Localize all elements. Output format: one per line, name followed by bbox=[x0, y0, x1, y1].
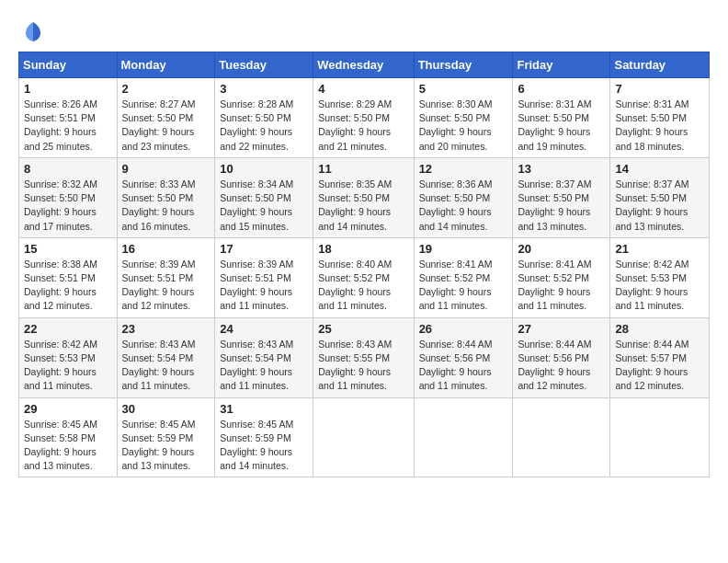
calendar-cell: 6 Sunrise: 8:31 AMSunset: 5:50 PMDayligh… bbox=[513, 78, 610, 158]
day-number: 1 bbox=[24, 82, 112, 96]
day-info: Sunrise: 8:37 AMSunset: 5:50 PMDaylight:… bbox=[518, 178, 605, 234]
day-info: Sunrise: 8:29 AMSunset: 5:50 PMDaylight:… bbox=[318, 98, 408, 154]
header-monday: Monday bbox=[117, 52, 215, 78]
calendar-cell: 19 Sunrise: 8:41 AMSunset: 5:52 PMDaylig… bbox=[414, 237, 513, 317]
calendar-week-row: 15 Sunrise: 8:38 AMSunset: 5:51 PMDaylig… bbox=[19, 237, 710, 317]
calendar-cell: 16 Sunrise: 8:39 AMSunset: 5:51 PMDaylig… bbox=[117, 237, 215, 317]
calendar-cell: 26 Sunrise: 8:44 AMSunset: 5:56 PMDaylig… bbox=[414, 317, 513, 397]
page-header bbox=[18, 15, 710, 44]
header-thursday: Thursday bbox=[414, 52, 513, 78]
day-number: 30 bbox=[122, 402, 210, 416]
day-info: Sunrise: 8:43 AMSunset: 5:55 PMDaylight:… bbox=[318, 338, 408, 394]
calendar-cell: 2 Sunrise: 8:27 AMSunset: 5:50 PMDayligh… bbox=[117, 78, 215, 158]
calendar-cell: 14 Sunrise: 8:37 AMSunset: 5:50 PMDaylig… bbox=[610, 157, 710, 237]
calendar-cell: 25 Sunrise: 8:43 AMSunset: 5:55 PMDaylig… bbox=[313, 317, 414, 397]
calendar-cell: 20 Sunrise: 8:41 AMSunset: 5:52 PMDaylig… bbox=[513, 237, 610, 317]
day-number: 6 bbox=[518, 82, 605, 96]
day-number: 16 bbox=[122, 242, 210, 256]
day-number: 8 bbox=[24, 162, 112, 176]
day-number: 15 bbox=[24, 242, 112, 256]
day-info: Sunrise: 8:42 AMSunset: 5:53 PMDaylight:… bbox=[615, 258, 704, 314]
calendar-week-row: 8 Sunrise: 8:32 AMSunset: 5:50 PMDayligh… bbox=[19, 157, 710, 237]
header-tuesday: Tuesday bbox=[215, 52, 313, 78]
day-info: Sunrise: 8:26 AMSunset: 5:51 PMDaylight:… bbox=[24, 98, 112, 154]
day-number: 5 bbox=[419, 82, 508, 96]
day-info: Sunrise: 8:31 AMSunset: 5:50 PMDaylight:… bbox=[615, 98, 704, 154]
day-number: 23 bbox=[122, 322, 210, 336]
day-info: Sunrise: 8:45 AMSunset: 5:59 PMDaylight:… bbox=[122, 418, 210, 474]
day-number: 20 bbox=[518, 242, 605, 256]
day-info: Sunrise: 8:45 AMSunset: 5:59 PMDaylight:… bbox=[220, 418, 308, 474]
day-number: 14 bbox=[615, 162, 704, 176]
day-info: Sunrise: 8:42 AMSunset: 5:53 PMDaylight:… bbox=[24, 338, 112, 394]
calendar-header-row: SundayMondayTuesdayWednesdayThursdayFrid… bbox=[19, 52, 710, 78]
calendar-cell: 23 Sunrise: 8:43 AMSunset: 5:54 PMDaylig… bbox=[117, 317, 215, 397]
day-number: 10 bbox=[220, 162, 308, 176]
day-info: Sunrise: 8:33 AMSunset: 5:50 PMDaylight:… bbox=[122, 178, 210, 234]
day-number: 7 bbox=[615, 82, 704, 96]
calendar-week-row: 29 Sunrise: 8:45 AMSunset: 5:58 PMDaylig… bbox=[19, 397, 710, 477]
day-info: Sunrise: 8:37 AMSunset: 5:50 PMDaylight:… bbox=[615, 178, 704, 234]
calendar-cell: 31 Sunrise: 8:45 AMSunset: 5:59 PMDaylig… bbox=[215, 397, 313, 477]
calendar-cell: 29 Sunrise: 8:45 AMSunset: 5:58 PMDaylig… bbox=[19, 397, 118, 477]
calendar-cell: 21 Sunrise: 8:42 AMSunset: 5:53 PMDaylig… bbox=[610, 237, 710, 317]
day-info: Sunrise: 8:31 AMSunset: 5:50 PMDaylight:… bbox=[518, 98, 605, 154]
logo bbox=[18, 18, 50, 44]
day-number: 22 bbox=[24, 322, 112, 336]
calendar-cell: 8 Sunrise: 8:32 AMSunset: 5:50 PMDayligh… bbox=[19, 157, 118, 237]
day-info: Sunrise: 8:28 AMSunset: 5:50 PMDaylight:… bbox=[220, 98, 308, 154]
calendar-cell: 15 Sunrise: 8:38 AMSunset: 5:51 PMDaylig… bbox=[19, 237, 118, 317]
day-info: Sunrise: 8:44 AMSunset: 5:56 PMDaylight:… bbox=[419, 338, 508, 394]
day-info: Sunrise: 8:45 AMSunset: 5:58 PMDaylight:… bbox=[24, 418, 112, 474]
day-number: 9 bbox=[122, 162, 210, 176]
day-number: 11 bbox=[318, 162, 408, 176]
day-info: Sunrise: 8:30 AMSunset: 5:50 PMDaylight:… bbox=[419, 98, 508, 154]
day-info: Sunrise: 8:35 AMSunset: 5:50 PMDaylight:… bbox=[318, 178, 408, 234]
day-number: 3 bbox=[220, 82, 308, 96]
day-number: 25 bbox=[318, 322, 408, 336]
day-info: Sunrise: 8:39 AMSunset: 5:51 PMDaylight:… bbox=[220, 258, 308, 314]
calendar-cell: 3 Sunrise: 8:28 AMSunset: 5:50 PMDayligh… bbox=[215, 78, 313, 158]
day-number: 19 bbox=[419, 242, 508, 256]
calendar-cell: 13 Sunrise: 8:37 AMSunset: 5:50 PMDaylig… bbox=[513, 157, 610, 237]
day-number: 28 bbox=[615, 322, 704, 336]
calendar-week-row: 22 Sunrise: 8:42 AMSunset: 5:53 PMDaylig… bbox=[19, 317, 710, 397]
day-number: 21 bbox=[615, 242, 704, 256]
calendar-cell: 5 Sunrise: 8:30 AMSunset: 5:50 PMDayligh… bbox=[414, 78, 513, 158]
calendar-cell: 27 Sunrise: 8:44 AMSunset: 5:56 PMDaylig… bbox=[513, 317, 610, 397]
calendar-cell bbox=[610, 397, 710, 477]
calendar-cell bbox=[513, 397, 610, 477]
calendar-cell: 24 Sunrise: 8:43 AMSunset: 5:54 PMDaylig… bbox=[215, 317, 313, 397]
day-info: Sunrise: 8:34 AMSunset: 5:50 PMDaylight:… bbox=[220, 178, 308, 234]
header-wednesday: Wednesday bbox=[313, 52, 414, 78]
calendar-cell: 4 Sunrise: 8:29 AMSunset: 5:50 PMDayligh… bbox=[313, 78, 414, 158]
calendar-cell: 10 Sunrise: 8:34 AMSunset: 5:50 PMDaylig… bbox=[215, 157, 313, 237]
day-number: 12 bbox=[419, 162, 508, 176]
day-number: 18 bbox=[318, 242, 408, 256]
calendar-cell bbox=[414, 397, 513, 477]
day-info: Sunrise: 8:36 AMSunset: 5:50 PMDaylight:… bbox=[419, 178, 508, 234]
calendar-cell: 11 Sunrise: 8:35 AMSunset: 5:50 PMDaylig… bbox=[313, 157, 414, 237]
calendar-cell: 1 Sunrise: 8:26 AMSunset: 5:51 PMDayligh… bbox=[19, 78, 118, 158]
day-number: 24 bbox=[220, 322, 308, 336]
calendar-cell: 28 Sunrise: 8:44 AMSunset: 5:57 PMDaylig… bbox=[610, 317, 710, 397]
calendar-cell: 30 Sunrise: 8:45 AMSunset: 5:59 PMDaylig… bbox=[117, 397, 215, 477]
calendar-cell: 22 Sunrise: 8:42 AMSunset: 5:53 PMDaylig… bbox=[19, 317, 118, 397]
day-info: Sunrise: 8:44 AMSunset: 5:56 PMDaylight:… bbox=[518, 338, 605, 394]
day-number: 2 bbox=[122, 82, 210, 96]
calendar-cell: 7 Sunrise: 8:31 AMSunset: 5:50 PMDayligh… bbox=[610, 78, 710, 158]
day-number: 26 bbox=[419, 322, 508, 336]
day-info: Sunrise: 8:44 AMSunset: 5:57 PMDaylight:… bbox=[615, 338, 704, 394]
day-number: 31 bbox=[220, 402, 308, 416]
day-number: 4 bbox=[318, 82, 408, 96]
day-info: Sunrise: 8:32 AMSunset: 5:50 PMDaylight:… bbox=[24, 178, 112, 234]
calendar-cell: 17 Sunrise: 8:39 AMSunset: 5:51 PMDaylig… bbox=[215, 237, 313, 317]
day-info: Sunrise: 8:40 AMSunset: 5:52 PMDaylight:… bbox=[318, 258, 408, 314]
calendar-cell bbox=[313, 397, 414, 477]
day-number: 27 bbox=[518, 322, 605, 336]
calendar-cell: 12 Sunrise: 8:36 AMSunset: 5:50 PMDaylig… bbox=[414, 157, 513, 237]
day-info: Sunrise: 8:27 AMSunset: 5:50 PMDaylight:… bbox=[122, 98, 210, 154]
day-number: 13 bbox=[518, 162, 605, 176]
header-friday: Friday bbox=[513, 52, 610, 78]
calendar-table: SundayMondayTuesdayWednesdayThursdayFrid… bbox=[18, 52, 710, 477]
